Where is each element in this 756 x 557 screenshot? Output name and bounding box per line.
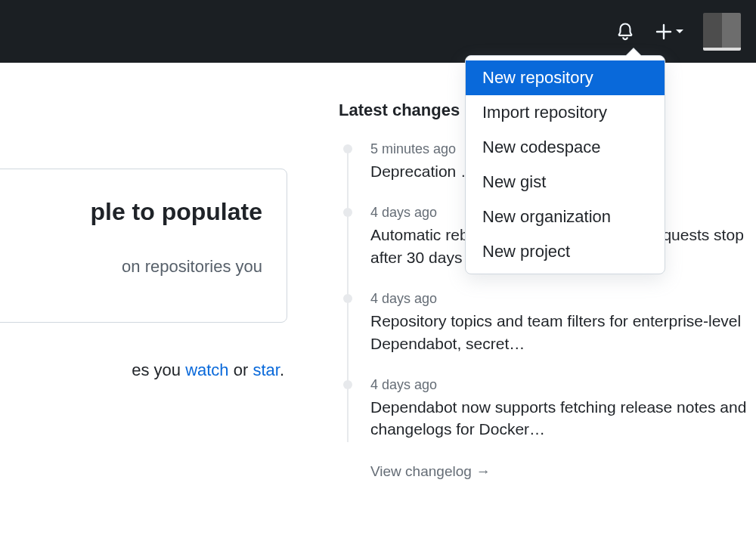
changelog-item-time: 4 days ago [370,377,756,393]
changelog-item-time: 4 days ago [370,291,756,307]
feed-hint-text: es you watch or star. [0,361,287,380]
arrow-right-icon: → [476,463,491,480]
user-avatar[interactable] [703,13,741,51]
feed-empty-card: ple to populate on repositories you [0,169,287,323]
menu-item-new-project[interactable]: New project [466,234,665,269]
caret-down-icon [676,29,683,33]
changelog-item-text: Dependabot now supports fetching release… [370,396,756,441]
view-changelog-label: View changelog [370,463,472,480]
create-new-menu-button[interactable] [655,23,683,41]
changelog-item[interactable]: 4 days ago Dependabot now supports fetch… [343,377,756,441]
global-header [0,0,756,63]
changelog-item-text: Repository topics and team filters for e… [370,310,756,354]
menu-item-new-organization[interactable]: New organization [466,200,665,234]
hint-period: . [280,361,284,379]
timeline-dot-icon [343,380,352,389]
menu-item-import-repository[interactable]: Import repository [466,95,665,130]
timeline-dot-icon [343,294,352,303]
star-link[interactable]: star [253,361,279,379]
feed-empty-headline: ple to populate [0,196,262,227]
timeline-dot-icon [343,208,352,217]
create-new-dropdown: New repository Import repository New cod… [465,55,665,274]
bell-icon [615,22,635,42]
watch-link[interactable]: watch [185,361,228,379]
menu-item-new-gist[interactable]: New gist [466,165,665,200]
menu-item-new-codespace[interactable]: New codespace [466,130,665,165]
timeline-dot-icon [343,144,352,153]
plus-icon [655,23,673,41]
feed-empty-subtext: on repositories you [0,257,262,277]
notifications-button[interactable] [615,22,635,42]
view-changelog-link[interactable]: View changelog → [343,463,756,480]
hint-prefix: es you [132,361,185,379]
menu-item-new-repository[interactable]: New repository [466,60,665,95]
changelog-item[interactable]: 4 days ago Repository topics and team fi… [343,291,756,354]
left-panel: ple to populate on repositories you es y… [0,169,287,380]
hint-or: or [229,361,253,379]
